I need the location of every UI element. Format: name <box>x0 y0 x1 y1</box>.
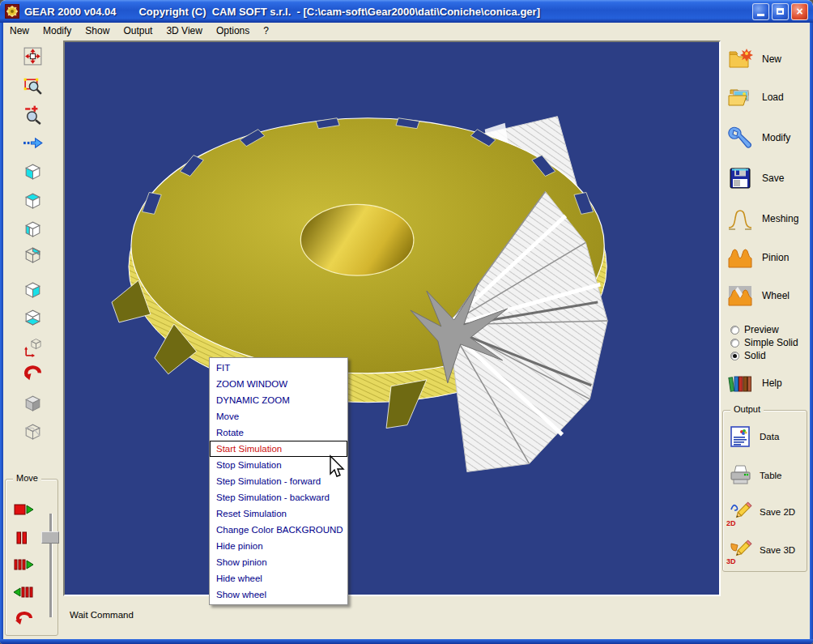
view-front-icon[interactable] <box>21 160 44 182</box>
menu-item-help[interactable]: ? <box>263 25 269 36</box>
menu-zoom-window[interactable]: ZOOM WINDOW <box>210 376 347 392</box>
viewport-3d[interactable] <box>63 41 721 596</box>
menu-show-wheel[interactable]: Show wheel <box>210 586 347 603</box>
minimize-icon <box>757 14 764 16</box>
view-right-icon[interactable] <box>21 278 44 301</box>
menu-reset-simulation[interactable]: Reset Simulation <box>210 505 347 522</box>
meshing-button-label: Meshing <box>762 213 798 224</box>
menu-item-options[interactable]: Options <box>216 25 249 36</box>
view-bottom-icon[interactable] <box>21 305 44 328</box>
radio-simple-solid[interactable]: Simple Solid <box>730 336 798 349</box>
gear-scene <box>65 42 719 595</box>
radio-preview-label: Preview <box>744 324 779 335</box>
wrench-icon <box>727 125 753 151</box>
menu-item-output[interactable]: Output <box>123 25 152 36</box>
output-group-label: Output <box>730 404 764 414</box>
wireframe-view-icon[interactable] <box>21 420 44 442</box>
menu-bar: New Modify Show Output 3D View Options ? <box>3 23 810 39</box>
simulation-step-forward-button[interactable] <box>13 557 34 573</box>
menu-change-color-background[interactable]: Change Color BACKGROUND <box>210 522 347 538</box>
radio-solid[interactable]: Solid <box>730 349 766 362</box>
simulation-start-button[interactable] <box>13 501 34 518</box>
gear-app-icon <box>5 4 19 19</box>
zoom-window-icon[interactable] <box>21 74 44 96</box>
close-button[interactable]: × <box>791 3 808 20</box>
wheel-button[interactable]: Wheel <box>727 281 790 310</box>
dynamic-zoom-icon[interactable] <box>21 102 44 125</box>
menu-hide-wheel[interactable]: Hide wheel <box>210 570 347 586</box>
simulation-reset-button[interactable] <box>13 612 34 628</box>
menu-move[interactable]: Move <box>210 408 347 424</box>
load-folder-icon <box>727 84 753 110</box>
simulation-step-backward-button[interactable] <box>13 584 34 600</box>
solid-view-icon[interactable] <box>21 391 44 414</box>
window-title: GEAR 2000 v04.04 <box>24 6 116 18</box>
radio-simple-solid-label: Simple Solid <box>744 337 798 348</box>
maximize-button[interactable] <box>772 3 789 20</box>
radio-preview-circle <box>730 326 739 335</box>
speed-slider-track[interactable] <box>49 514 52 617</box>
undo-view-icon[interactable] <box>21 363 44 386</box>
load-button-label: Load <box>762 92 784 103</box>
help-books-icon <box>727 370 753 396</box>
view-top-icon[interactable] <box>21 189 44 211</box>
window-title-document: Copyright (C) CAM SOFT s.r.l. - [C:\cam-… <box>138 6 540 18</box>
minimize-button[interactable] <box>752 3 769 20</box>
save-button-label: Save <box>762 173 784 184</box>
window-frame-bottom <box>0 639 813 644</box>
right-panel: New Load Modify Save Meshing Pinion Whee… <box>721 39 810 606</box>
pinion-button[interactable]: Pinion <box>727 243 789 272</box>
menu-step-simulation-backward[interactable]: Step Simulation - backward <box>210 489 347 505</box>
status-bar: Wait Command <box>70 610 134 620</box>
maximize-icon <box>777 8 784 15</box>
view-back-icon[interactable] <box>21 243 44 266</box>
pinion-button-label: Pinion <box>762 252 789 263</box>
simulation-pause-button[interactable] <box>13 530 34 546</box>
menu-item-new[interactable]: New <box>10 25 29 36</box>
save-3d-button[interactable]: 3D Save 3D <box>728 535 795 565</box>
floppy-disk-icon <box>727 165 753 191</box>
new-button[interactable]: New <box>727 45 781 74</box>
output-table-button[interactable]: Table <box>728 461 782 490</box>
output-data-label: Data <box>760 432 779 441</box>
window-frame-right <box>810 21 813 644</box>
output-table-label: Table <box>760 471 782 480</box>
new-button-label: New <box>762 53 781 65</box>
meshing-icon <box>727 206 753 232</box>
load-button[interactable]: Load <box>727 83 784 112</box>
new-folder-icon <box>727 46 753 72</box>
fit-view-icon[interactable] <box>21 45 44 67</box>
menu-fit[interactable]: FIT <box>210 360 347 376</box>
wheel-icon <box>727 283 753 309</box>
pinion-icon <box>727 245 753 271</box>
wheel-bore-hole <box>300 204 414 275</box>
menu-item-show[interactable]: Show <box>85 25 109 36</box>
close-icon: × <box>796 6 802 17</box>
meshing-button[interactable]: Meshing <box>727 204 798 233</box>
move-view-icon[interactable] <box>21 131 44 154</box>
help-button-label: Help <box>762 377 782 389</box>
app-window: GEAR 2000 v04.04 Copyright (C) CAM SOFT … <box>0 0 813 644</box>
move-panel: Move <box>5 479 58 636</box>
speed-slider-handle[interactable] <box>41 531 59 544</box>
modify-button[interactable]: Modify <box>727 123 790 152</box>
help-button[interactable]: Help <box>727 369 782 398</box>
move-panel-label: Move <box>13 473 41 483</box>
radio-preview[interactable]: Preview <box>730 323 779 336</box>
menu-item-3d-view[interactable]: 3D View <box>166 25 202 36</box>
rotate-view-icon[interactable] <box>21 335 44 358</box>
save-2d-button[interactable]: 2D Save 2D <box>728 497 795 527</box>
menu-show-pinion[interactable]: Show pinion <box>210 554 347 570</box>
output-data-button[interactable]: Data <box>728 422 779 451</box>
title-bar[interactable]: GEAR 2000 v04.04 Copyright (C) CAM SOFT … <box>0 0 813 23</box>
output-group: Output Data Table 2D Save 2D 3D <box>722 410 807 572</box>
radio-simple-solid-circle <box>730 339 739 348</box>
save-button[interactable]: Save <box>727 164 784 193</box>
data-document-icon <box>728 424 752 449</box>
radio-solid-label: Solid <box>744 350 766 361</box>
menu-item-modify[interactable]: Modify <box>43 25 71 36</box>
menu-rotate[interactable]: Rotate <box>210 424 347 441</box>
menu-dynamic-zoom[interactable]: DYNAMIC ZOOM <box>210 392 347 408</box>
view-left-icon[interactable] <box>21 217 44 240</box>
menu-hide-pinion[interactable]: Hide pinion <box>210 538 347 554</box>
